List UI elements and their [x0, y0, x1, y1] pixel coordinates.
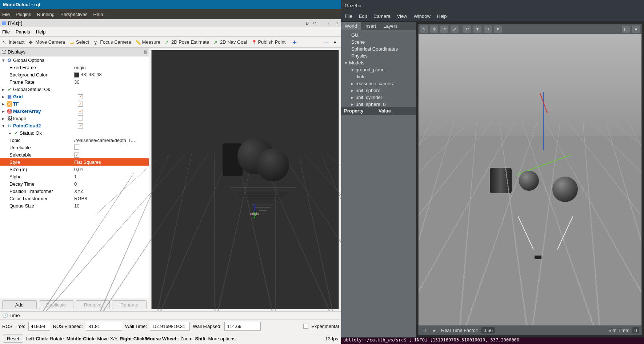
tree-physics[interactable]: Physics	[341, 52, 416, 59]
plus-icon[interactable]: ✚	[293, 40, 298, 45]
tree-scene[interactable]: Scene	[341, 39, 416, 46]
checkbox[interactable]: ✓	[74, 153, 79, 158]
checkbox[interactable]: ✓	[78, 109, 83, 114]
box-icon[interactable]: ◻	[622, 25, 630, 33]
rviz-menu-file[interactable]: File	[2, 29, 10, 35]
rviz-menu-panels[interactable]: Panels	[16, 29, 30, 35]
gz-menu-view[interactable]: View	[397, 13, 407, 19]
rqt-menu-help[interactable]: Help	[93, 12, 103, 17]
gazebo-tree[interactable]: GUI Scene Spherical Coordinates Physics …	[341, 30, 416, 107]
rotate-icon[interactable]: ⟳	[440, 25, 448, 33]
gz-menu-edit[interactable]: Edit	[359, 13, 367, 19]
tool-2d-nav-goal[interactable]: ↗2D Nav Goal	[213, 39, 247, 45]
tree-pointcloud2[interactable]: ▾⠿PointCloud2✓	[0, 122, 149, 129]
rqt-menu-plugins[interactable]: Plugins	[16, 12, 31, 17]
tab-world[interactable]: World	[341, 22, 361, 30]
minus-icon[interactable]: —	[324, 40, 329, 45]
tree-realsense[interactable]: ▸realsense_camera	[341, 80, 416, 87]
tree-size[interactable]: Size (m)0,01	[0, 166, 149, 173]
reset-button[interactable]: Reset	[3, 335, 23, 343]
rqt-menubar: File Plugins Running Perspectives Help	[0, 9, 341, 19]
rqt-menu-file[interactable]: File	[2, 12, 10, 17]
detach-icon[interactable]: D	[305, 21, 310, 26]
camera-model[interactable]	[535, 256, 542, 259]
pause-icon[interactable]: ⏸	[421, 327, 428, 333]
tree-gui[interactable]: GUI	[341, 32, 416, 39]
tree-status-ok[interactable]: ▸✓Status: Ok	[0, 129, 149, 137]
tree-unit-sphere[interactable]: ▸unit_sphere	[341, 87, 416, 94]
model-sphere-1[interactable]	[519, 171, 539, 191]
tree-global-options[interactable]: ▾⚙Global Options	[0, 56, 149, 64]
tool-2d-pose-estimate[interactable]: ↗2D Pose Estimate	[165, 39, 209, 45]
tool-select[interactable]: ▭Select	[69, 39, 89, 45]
checkbox[interactable]	[78, 115, 83, 120]
panel-close-icon[interactable]: ⊠	[143, 49, 147, 55]
tree-grid[interactable]: ▸▦Grid✓	[0, 93, 149, 100]
tree-fixed-frame[interactable]: Fixed Frameorigin	[0, 64, 149, 71]
redo-dropdown-icon[interactable]: ▾	[494, 25, 502, 33]
tab-layers[interactable]: Layers	[380, 22, 401, 30]
rqt-menu-perspectives[interactable]: Perspectives	[60, 12, 87, 17]
tree-topic[interactable]: Topic/realsense/camera/depth_r…	[0, 137, 149, 144]
rviz-3d-viewport[interactable]: origin	[151, 50, 339, 309]
wall-time-field[interactable]	[150, 322, 190, 331]
ros-elapsed-field[interactable]	[86, 322, 122, 331]
experimental-checkbox[interactable]	[303, 324, 308, 329]
tree-alpha[interactable]: Alpha1	[0, 173, 149, 180]
tree-spherical[interactable]: Spherical Coordinates	[341, 46, 416, 52]
close-icon[interactable]: ✕	[334, 21, 339, 26]
tree-style[interactable]: StyleFlat Squares	[0, 158, 149, 166]
tree-frame-rate[interactable]: Frame Rate30	[0, 78, 149, 86]
reload-icon[interactable]: ⟳	[312, 21, 317, 26]
checkbox[interactable]: ✓	[78, 94, 83, 99]
checkbox[interactable]: ✓	[78, 102, 83, 107]
checkbox[interactable]: ✓	[78, 123, 83, 128]
tree-unreliable[interactable]: Unreliable	[0, 144, 149, 151]
origin-label: origin	[250, 212, 259, 216]
tool-interact[interactable]: ↖Interact	[2, 39, 24, 45]
tab-insert[interactable]: Insert	[361, 22, 380, 30]
gz-menu-help[interactable]: Help	[437, 13, 447, 19]
rviz-menu-help[interactable]: Help	[36, 29, 46, 35]
gz-menu-camera[interactable]: Camera	[373, 13, 390, 19]
wall-elapsed-field[interactable]	[224, 322, 261, 331]
tree-models[interactable]: ▾Models	[341, 59, 416, 66]
tree-bg-color[interactable]: Background Color48; 48; 48	[0, 71, 149, 78]
undo-icon[interactable]: ↶	[463, 25, 471, 33]
ros-time-field[interactable]	[28, 322, 50, 331]
step-icon[interactable]: ▸	[431, 327, 438, 333]
tool-focus-camera[interactable]: ◎Focus Camera	[93, 39, 131, 45]
rqt-menu-running[interactable]: Running	[37, 12, 55, 17]
tree-selectable[interactable]: Selectable✓	[0, 151, 149, 158]
gazebo-3d-viewport[interactable]	[419, 34, 641, 325]
tree-marker-array[interactable]: ▸🎯MarkerArray✓	[0, 107, 149, 115]
gz-menu-file[interactable]: File	[345, 13, 352, 19]
tool-measure[interactable]: 📏Measure	[135, 39, 160, 45]
gz-menu-window[interactable]: Window	[414, 13, 431, 19]
tool-publish-point[interactable]: 📍Publish Point	[251, 39, 285, 45]
tree-unit-sphere-0[interactable]: ▸unit_sphere_0	[341, 101, 416, 107]
move-icon: ✥	[29, 40, 34, 45]
tool-move-camera[interactable]: ✥Move Camera	[29, 39, 65, 45]
tree-link[interactable]: link	[341, 73, 416, 80]
cursor-icon[interactable]: ↖	[420, 25, 428, 33]
undo-dropdown-icon[interactable]: ▾	[473, 25, 481, 33]
translate-icon[interactable]: ✥	[430, 25, 438, 33]
model-cylinder[interactable]	[490, 168, 512, 193]
tree-tf[interactable]: ▸🔀TF✓	[0, 100, 149, 107]
settings-icon[interactable]: ○	[327, 21, 332, 26]
tree-ground-plane[interactable]: ▾ground_plane	[341, 66, 416, 73]
model-sphere-2[interactable]	[552, 177, 578, 202]
hint-left: Left-Click:	[25, 336, 49, 341]
gazebo-sidebar: World Insert Layers GUI Scene Spherical …	[341, 22, 416, 337]
sphere-icon[interactable]: ●	[632, 25, 640, 33]
scale-icon[interactable]: ⤢	[451, 25, 459, 33]
tree-image[interactable]: ▸🖼Image	[0, 115, 149, 122]
redo-icon[interactable]: ↷	[484, 25, 492, 33]
tree-global-status[interactable]: ▸✓Global Status: Ok	[0, 86, 149, 93]
checkbox[interactable]	[74, 145, 79, 150]
chevron-down-icon[interactable]: ▾	[334, 40, 339, 45]
status-bar: Reset Left-Click: Rotate. Middle-Click: …	[0, 333, 341, 344]
tree-unit-cylinder[interactable]: ▸unit_cylinder	[341, 94, 416, 101]
minimize-icon[interactable]: –	[319, 21, 324, 26]
